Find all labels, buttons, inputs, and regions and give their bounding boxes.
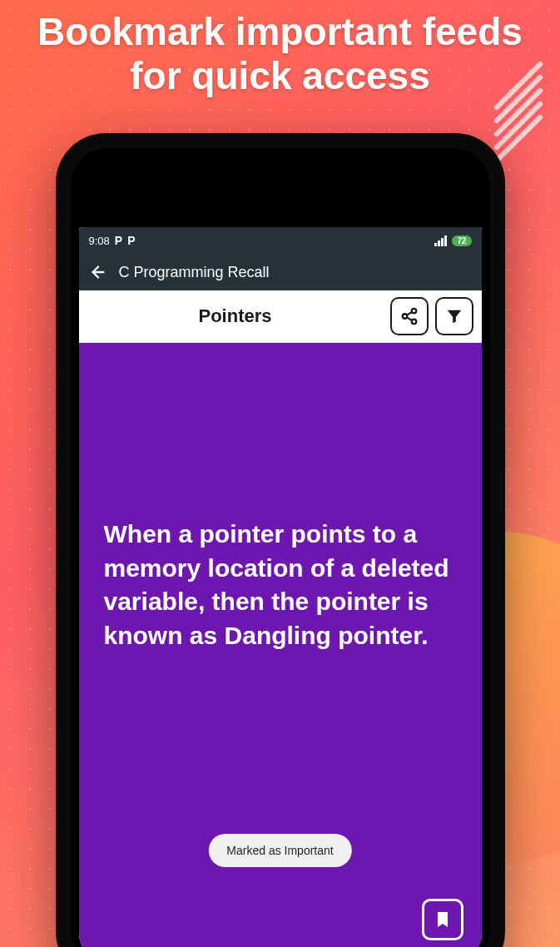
notification-icon: P <box>115 234 122 247</box>
phone-screen: 9:08 P P 72 C Programming Recall <box>79 227 482 947</box>
back-arrow-icon[interactable] <box>89 263 107 281</box>
notification-icon: P <box>127 234 135 247</box>
toast-message: Marked as Important <box>208 834 351 867</box>
card-body-text: When a pointer points to a memory locati… <box>104 518 457 652</box>
share-icon <box>400 307 419 325</box>
promo-headline: Bookmark important feeds for quick acces… <box>0 0 560 98</box>
phone-frame: 9:08 P P 72 C Programming Recall <box>56 133 505 947</box>
status-time: 9:08 <box>89 235 110 247</box>
phone-bezel: 9:08 P P 72 C Programming Recall <box>71 148 490 947</box>
svg-point-1 <box>411 309 416 314</box>
filter-button[interactable] <box>435 297 473 335</box>
bookmark-button[interactable] <box>422 899 463 940</box>
svg-point-2 <box>402 314 407 319</box>
svg-point-3 <box>411 320 416 325</box>
app-bar: C Programming Recall <box>79 254 482 290</box>
status-bar: 9:08 P P 72 <box>79 227 482 254</box>
svg-line-4 <box>406 317 411 320</box>
svg-line-5 <box>406 312 411 315</box>
app-title: C Programming Recall <box>119 264 270 281</box>
toolbar: Pointers <box>79 290 482 343</box>
share-button[interactable] <box>390 297 429 335</box>
bookmark-icon <box>433 910 453 930</box>
page-title: Pointers <box>87 305 384 327</box>
battery-indicator: 72 <box>452 236 471 246</box>
filter-icon <box>445 307 463 325</box>
content-card[interactable]: When a pointer points to a memory locati… <box>79 343 482 947</box>
signal-icon <box>434 236 447 246</box>
